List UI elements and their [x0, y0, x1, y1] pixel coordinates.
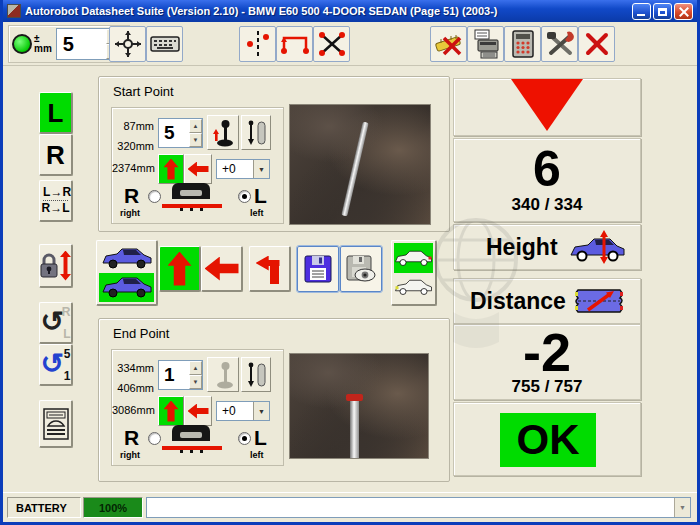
end-direction-left-button[interactable] [184, 396, 212, 426]
move-left-button[interactable] [201, 246, 243, 292]
keyboard-button[interactable] [146, 26, 183, 62]
up-arrow-icon [164, 401, 179, 422]
battery-level-badge: 100% [83, 497, 143, 518]
calculator-icon [512, 30, 534, 58]
measuring-head-icon [170, 424, 216, 446]
white-car-bottom-icon [394, 273, 433, 303]
measure-point-button[interactable] [239, 26, 276, 62]
direction-indicator-panel [453, 78, 641, 136]
title-bar: Autorobot Datasheet Suite (Version 2.10)… [3, 0, 697, 22]
dropdown-arrow-icon[interactable]: ▼ [253, 160, 269, 178]
measuring-tape-off-button[interactable] [430, 26, 467, 62]
bench-icon [43, 408, 69, 440]
minimize-button[interactable] [632, 3, 651, 20]
floppy-eye-icon [345, 254, 377, 284]
start-counter-input[interactable]: 5 ▲ ▼ [158, 118, 203, 148]
turn-back-button[interactable] [249, 246, 291, 292]
dropdown-arrow-icon[interactable]: ▼ [253, 402, 269, 420]
end-spin-up-button[interactable]: ▲ [189, 361, 202, 375]
rotate-l-label: L [63, 328, 70, 340]
start-spin-down-button[interactable]: ▼ [189, 133, 202, 147]
status-panel: OK [453, 402, 641, 476]
start-right-sub: right [120, 208, 140, 218]
measure-cross-button[interactable] [313, 26, 350, 62]
view-saved-button[interactable] [340, 246, 382, 292]
start-pointer-tool-button[interactable] [207, 115, 239, 150]
height-range: 340 / 334 [454, 195, 640, 215]
side-left-button[interactable]: L [39, 92, 73, 134]
end-dim1-label: 334mm [112, 362, 154, 374]
start-offset-select[interactable]: +0 ▼ [216, 159, 270, 179]
start-right-radio[interactable] [148, 190, 161, 203]
height-car-icon [568, 229, 626, 265]
distance-car-top-icon [572, 286, 626, 316]
printer-icon [472, 29, 500, 59]
rotate-icon: ↺ [41, 307, 64, 337]
rotate-5-label: 5 [64, 348, 71, 360]
exit-button[interactable] [578, 26, 615, 62]
centering-icon [114, 30, 142, 58]
height-value-panel: 6 340 / 334 [453, 138, 641, 222]
print-datasheet-button[interactable] [467, 26, 504, 62]
maximize-button[interactable] [653, 3, 672, 20]
start-direction-left-button[interactable] [184, 154, 212, 184]
start-direction-up-button[interactable] [158, 154, 184, 184]
end-right-radio[interactable] [148, 432, 161, 445]
start-spin-up-button[interactable]: ▲ [189, 119, 202, 133]
minimize-icon [637, 14, 645, 16]
app-window: Autorobot Datasheet Suite (Version 2.10)… [0, 0, 700, 525]
end-pointer-tool-button-disabled [207, 357, 239, 392]
mirror-rl-label: R→L [42, 201, 70, 216]
padlock-icon [40, 253, 58, 279]
side-right-button[interactable]: R [39, 134, 73, 176]
dropdown-arrow-icon[interactable]: ▼ [674, 498, 690, 517]
tools-button[interactable] [541, 26, 578, 62]
end-direction-up-button[interactable] [158, 396, 184, 426]
status-select[interactable]: ▼ [146, 497, 691, 518]
tolerance-value[interactable]: 5 [57, 29, 106, 59]
car-view-toggle-button[interactable] [96, 240, 158, 306]
end-point-photo [289, 353, 429, 459]
end-spin-down-button[interactable]: ▼ [189, 375, 202, 389]
point-view-toggle-button[interactable] [391, 240, 437, 306]
save-button[interactable] [297, 246, 339, 292]
end-left-radio[interactable] [238, 432, 251, 445]
measure-distance-button[interactable] [276, 26, 313, 62]
calculator-button[interactable] [504, 26, 541, 62]
measuring-tape-x-icon [434, 30, 464, 58]
height-label-panel: Height [453, 224, 641, 270]
lock-height-button[interactable] [39, 244, 73, 288]
start-l-label: L [254, 184, 267, 208]
rotate-rl-button[interactable]: ↺ R L [39, 302, 73, 344]
start-point-photo [289, 104, 431, 225]
start-pins-button[interactable] [241, 115, 271, 150]
start-counter-value[interactable]: 5 [159, 119, 189, 147]
datasheet-bench-button[interactable] [39, 400, 73, 448]
start-dim3-label: 2374mm [112, 162, 154, 174]
start-left-radio[interactable] [238, 190, 251, 203]
head-baseline-icon [162, 446, 222, 450]
measure-distance-icon [280, 30, 310, 58]
up-arrow-icon [164, 159, 179, 180]
move-up-button[interactable] [159, 246, 201, 292]
pin-red-cap [346, 394, 363, 401]
end-counter-value[interactable]: 1 [159, 361, 189, 389]
end-offset-select[interactable]: +0 ▼ [216, 401, 270, 421]
keyboard-icon [150, 34, 180, 54]
distance-value-panel: -2 755 / 757 [453, 324, 641, 400]
end-pins-button[interactable] [241, 357, 271, 392]
measure-point-icon [245, 29, 271, 59]
side-mirror-button[interactable]: L→R R→L [39, 180, 73, 222]
end-counter-input[interactable]: 1 ▲ ▼ [158, 360, 203, 390]
rotate-r-label: R [62, 306, 71, 318]
end-right-sub: right [120, 450, 140, 460]
centering-button[interactable] [109, 26, 146, 62]
vertical-double-arrow-icon [60, 251, 71, 281]
big-left-arrow-icon [205, 257, 239, 281]
side-left-label: L [48, 100, 64, 126]
main-toolbar: ± mm 5 ▲ ▼ [3, 22, 697, 66]
start-point-controls: 87mm 320mm 5 ▲ ▼ [111, 107, 284, 224]
close-button[interactable] [674, 3, 693, 20]
rotate-51-button[interactable]: ↺ 5 1 [39, 344, 73, 386]
white-car-top-icon [394, 243, 433, 273]
